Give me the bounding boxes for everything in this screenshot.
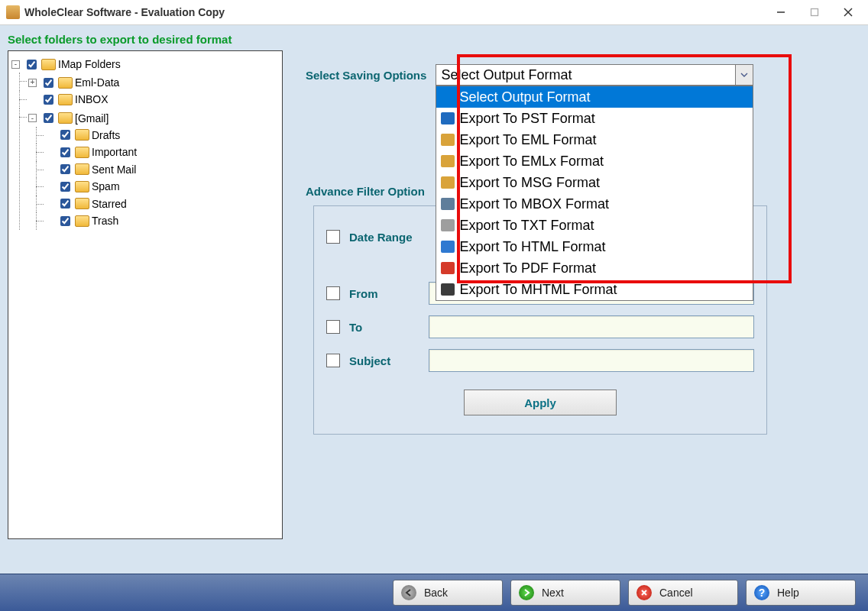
tree-node[interactable]: +Eml-Data xyxy=(28,74,119,91)
close-button[interactable] xyxy=(831,0,865,24)
tree-label: Starred xyxy=(92,196,127,212)
tree-label: Spam xyxy=(92,178,120,195)
instruction-text: Select folders to export to desired form… xyxy=(0,25,868,50)
tree-label: Important xyxy=(92,144,137,160)
format-icon xyxy=(441,155,455,167)
from-checkbox[interactable] xyxy=(326,286,340,300)
folder-icon xyxy=(75,198,89,209)
folder-icon xyxy=(75,215,89,227)
dropdown-option-label: Export To HTML Format xyxy=(459,238,605,256)
tree-checkbox[interactable] xyxy=(60,216,70,226)
dropdown-option[interactable]: Export To PDF Format xyxy=(436,257,753,279)
folder-icon xyxy=(41,59,56,70)
tree-checkbox[interactable] xyxy=(60,199,70,209)
back-label: Back xyxy=(424,587,448,599)
dropdown-option[interactable]: Export To MBOX Format xyxy=(436,193,753,215)
folder-icon xyxy=(75,163,89,175)
minimize-button[interactable] xyxy=(764,0,798,24)
folder-tree[interactable]: -IMap Folders+Eml-DataINBOX-[Gmail]Draft… xyxy=(10,54,280,230)
tree-label: INBOX xyxy=(75,91,108,108)
folder-icon xyxy=(75,181,89,192)
folder-icon xyxy=(75,129,89,141)
tree-node[interactable]: -IMap Folders xyxy=(11,56,121,73)
to-checkbox[interactable] xyxy=(326,320,340,334)
dropdown-option-label: Export To MBOX Format xyxy=(459,195,609,213)
subject-checkbox[interactable] xyxy=(326,354,340,367)
cancel-label: Cancel xyxy=(659,587,693,599)
dropdown-option[interactable]: Export To EMLx Format xyxy=(436,150,753,172)
dropdown-option-label: Select Output Format xyxy=(459,88,590,106)
window-title: WholeClear Software - Evaluation Copy xyxy=(24,6,225,18)
dropdown-option-label: Export To EML Format xyxy=(459,131,596,149)
format-icon xyxy=(441,176,455,189)
dropdown-toggle[interactable] xyxy=(736,64,753,86)
back-button[interactable]: Back xyxy=(393,580,503,606)
back-icon xyxy=(401,585,416,600)
tree-spacer xyxy=(28,95,37,104)
dropdown-option-label: Export To MSG Format xyxy=(459,173,600,192)
expand-icon[interactable]: + xyxy=(28,79,37,87)
date-range-checkbox[interactable] xyxy=(326,230,340,244)
format-icon xyxy=(441,134,455,146)
tree-node[interactable]: Important xyxy=(45,144,137,160)
tree-node[interactable]: INBOX xyxy=(28,91,108,108)
help-button[interactable]: ? Help xyxy=(746,580,856,606)
tree-spacer xyxy=(45,165,53,173)
tree-label: Eml-Data xyxy=(75,74,119,91)
dropdown-option[interactable]: Export To HTML Format xyxy=(436,236,753,257)
tree-spacer xyxy=(45,217,53,225)
dropdown-option[interactable]: Export To PST Format xyxy=(436,108,753,129)
tree-checkbox[interactable] xyxy=(27,60,37,70)
maximize-button[interactable] xyxy=(798,0,831,24)
dropdown-option[interactable]: Export To MHTML Format xyxy=(436,279,753,300)
tree-checkbox[interactable] xyxy=(60,164,70,174)
tree-checkbox[interactable] xyxy=(44,95,53,105)
format-icon xyxy=(441,219,455,231)
subject-label: Subject xyxy=(349,354,419,367)
dropdown-list[interactable]: Select Output FormatExport To PST Format… xyxy=(436,86,753,301)
format-icon xyxy=(441,283,455,296)
collapse-icon[interactable]: - xyxy=(28,114,37,122)
to-input[interactable] xyxy=(429,315,754,338)
tree-checkbox[interactable] xyxy=(44,113,53,123)
date-range-label: Date Range xyxy=(349,231,419,244)
tree-checkbox[interactable] xyxy=(60,147,70,157)
tree-node[interactable]: Spam xyxy=(45,178,120,195)
format-icon xyxy=(441,112,455,124)
dropdown-option[interactable]: Export To TXT Format xyxy=(436,215,753,236)
tree-node[interactable]: Starred xyxy=(45,196,127,212)
dropdown-option[interactable]: Export To EML Format xyxy=(436,129,753,150)
tree-spacer xyxy=(45,148,53,157)
folder-icon xyxy=(75,147,89,158)
to-label: To xyxy=(349,321,419,334)
dropdown-option[interactable]: Select Output Format xyxy=(436,86,753,108)
subject-input[interactable] xyxy=(429,349,754,372)
tree-node[interactable]: Drafts xyxy=(45,127,120,144)
titlebar: WholeClear Software - Evaluation Copy xyxy=(0,0,868,25)
tree-node[interactable]: Trash xyxy=(45,212,118,229)
format-icon xyxy=(441,198,455,210)
dropdown-selected-text: Select Output Format xyxy=(441,67,572,83)
chevron-down-icon xyxy=(740,71,748,79)
tree-label: Drafts xyxy=(92,127,120,144)
format-icon xyxy=(441,241,455,253)
folder-tree-panel: -IMap Folders+Eml-DataINBOX-[Gmail]Draft… xyxy=(8,50,283,539)
tree-checkbox[interactable] xyxy=(60,182,70,192)
svg-rect-1 xyxy=(811,9,818,16)
tree-checkbox[interactable] xyxy=(44,78,53,88)
dropdown-option-label: Export To PDF Format xyxy=(459,259,596,277)
apply-button[interactable]: Apply xyxy=(464,390,617,415)
tree-node[interactable]: -[Gmail] xyxy=(28,110,108,127)
help-label: Help xyxy=(777,587,799,599)
collapse-icon[interactable]: - xyxy=(11,60,20,69)
output-format-dropdown[interactable]: Select Output Format Select Output Forma… xyxy=(436,64,753,86)
tree-spacer xyxy=(45,183,53,191)
help-icon: ? xyxy=(754,585,769,600)
tree-node[interactable]: Sent Mail xyxy=(45,161,136,178)
tree-label: Sent Mail xyxy=(92,161,136,178)
cancel-button[interactable]: Cancel xyxy=(628,580,738,606)
dropdown-option[interactable]: Export To MSG Format xyxy=(436,172,753,193)
next-button[interactable]: Next xyxy=(510,580,620,606)
folder-icon xyxy=(58,112,73,124)
tree-checkbox[interactable] xyxy=(60,130,70,140)
